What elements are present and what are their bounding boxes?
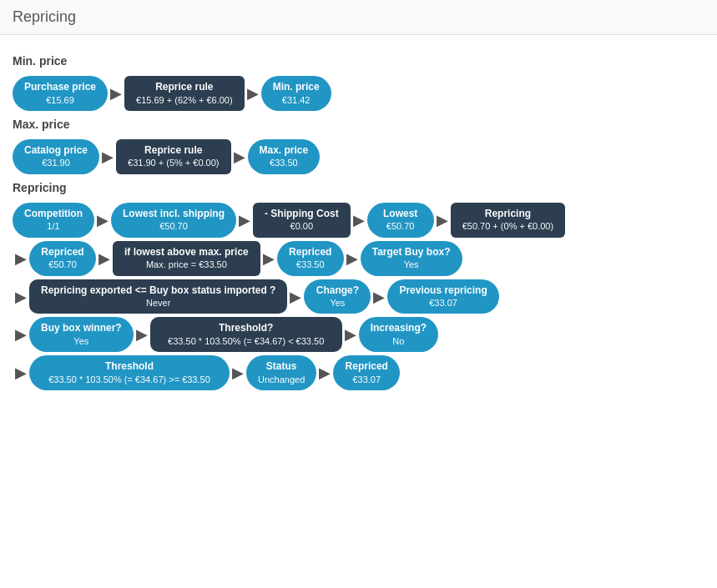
repricing-title: Repricing bbox=[13, 181, 704, 194]
arrow-14: ▶ bbox=[134, 325, 150, 344]
node-change-title: Change? bbox=[316, 284, 359, 298]
node-repriced-1-sub: €50.70 bbox=[48, 259, 77, 270]
arrow-row5-start: ▶ bbox=[13, 364, 29, 382]
node-if-lowest-above-title: if lowest above max. price bbox=[124, 246, 249, 259]
node-target-buybox: Target Buy box? Yes bbox=[361, 241, 462, 276]
arrow-8: ▶ bbox=[434, 211, 451, 229]
node-lowest-incl-shipping-title: Lowest incl. shipping bbox=[123, 208, 225, 221]
node-repricing-exported-title: Repricing exported <= Buy box status imp… bbox=[41, 284, 275, 298]
node-buybox-winner-sub: Yes bbox=[73, 335, 88, 347]
arrow-9: ▶ bbox=[96, 249, 113, 268]
node-purchase-price-title: Purchase price bbox=[24, 81, 96, 94]
node-min-price: Min. price €31.42 bbox=[261, 76, 331, 111]
node-competition-title: Competition bbox=[24, 208, 83, 221]
node-catalog-price-sub: €31.90 bbox=[42, 157, 70, 168]
node-status-sub: Unchanged bbox=[258, 374, 305, 385]
max-price-title: Max. price bbox=[13, 118, 704, 131]
max-price-section: Max. price Catalog price €31.90 ▶ Repric… bbox=[13, 118, 704, 174]
node-buybox-winner: Buy box winner? Yes bbox=[29, 317, 134, 352]
min-price-flow: Purchase price €15.69 ▶ Reprice rule €15… bbox=[13, 76, 704, 111]
node-increasing-title: Increasing? bbox=[371, 322, 427, 335]
node-repriced-2-sub: €33.50 bbox=[296, 259, 325, 270]
node-min-price-title: Min. price bbox=[273, 81, 320, 94]
node-if-lowest-above: if lowest above max. price Max. price = … bbox=[113, 241, 260, 276]
node-status-title: Status bbox=[266, 360, 297, 374]
repricing-row1: Competition 1/1 ▶ Lowest incl. shipping … bbox=[13, 203, 704, 238]
min-price-section: Min. price Purchase price €15.69 ▶ Repri… bbox=[13, 54, 704, 111]
node-threshold-check-sub: €33.50 * 103.50% (= €34.67) < €33.50 bbox=[168, 335, 324, 347]
arrow-row4-start: ▶ bbox=[13, 325, 29, 344]
arrow-2: ▶ bbox=[245, 84, 261, 103]
page-container: Repricing Min. price Purchase price €15.… bbox=[0, 0, 717, 588]
arrow-10: ▶ bbox=[260, 249, 277, 268]
node-repriced-final-title: Repriced bbox=[346, 360, 388, 374]
node-target-buybox-title: Target Buy box? bbox=[372, 246, 451, 259]
node-repricing-result-sub: €50.70 + (0% + €0.00) bbox=[462, 220, 553, 232]
arrow-row3-start: ▶ bbox=[13, 288, 29, 306]
node-repriced-1-title: Repriced bbox=[41, 246, 83, 259]
node-max-price-title: Max. price bbox=[260, 144, 309, 158]
node-threshold-result-sub: €33.50 * 103.50% (= €34.67) >= €33.50 bbox=[48, 374, 210, 385]
node-reprice-rule-max-sub: €31.90 + (5% + €0.00) bbox=[128, 157, 219, 168]
node-repricing-result-title: Repricing bbox=[485, 208, 531, 221]
node-repriced-2: Repriced €33.50 bbox=[277, 241, 344, 276]
node-lowest-incl-shipping-sub: €50.70 bbox=[159, 220, 188, 232]
repricing-row2: ▶ Repriced €50.70 ▶ if lowest above max.… bbox=[13, 241, 704, 276]
node-if-lowest-above-sub: Max. price = €33.50 bbox=[146, 259, 227, 270]
node-purchase-price: Purchase price €15.69 bbox=[13, 76, 108, 111]
arrow-row2-start: ▶ bbox=[13, 249, 29, 268]
node-status: Status Unchanged bbox=[246, 355, 316, 390]
node-repricing-exported-sub: Never bbox=[146, 297, 170, 309]
node-catalog-price-title: Catalog price bbox=[24, 144, 88, 158]
node-reprice-rule-min: Reprice rule €15.69 + (62% + €6.00) bbox=[124, 76, 245, 111]
min-price-title: Min. price bbox=[13, 54, 704, 68]
page-title: Repricing bbox=[13, 8, 704, 26]
repricing-row4: ▶ Buy box winner? Yes ▶ Threshold? €33.5… bbox=[13, 317, 704, 352]
node-repricing-result: Repricing €50.70 + (0% + €0.00) bbox=[451, 203, 565, 238]
node-repriced-final: Repriced €33.07 bbox=[333, 355, 400, 390]
node-previous-repricing-sub: €33.07 bbox=[429, 297, 457, 309]
node-shipping-cost-title: - Shipping Cost bbox=[265, 208, 339, 221]
node-previous-repricing-title: Previous repricing bbox=[399, 284, 487, 298]
arrow-1: ▶ bbox=[108, 84, 124, 103]
node-lowest-sub: €50.70 bbox=[386, 220, 415, 232]
node-shipping-cost: - Shipping Cost €0.00 bbox=[253, 203, 351, 238]
node-buybox-winner-title: Buy box winner? bbox=[41, 322, 122, 335]
node-threshold-check-title: Threshold? bbox=[219, 322, 273, 335]
node-reprice-rule-min-sub: €15.69 + (62% + €6.00) bbox=[136, 94, 233, 106]
node-repricing-exported: Repricing exported <= Buy box status imp… bbox=[29, 279, 287, 314]
node-lowest-incl-shipping: Lowest incl. shipping €50.70 bbox=[111, 203, 236, 238]
max-price-flow: Catalog price €31.90 ▶ Reprice rule €31.… bbox=[13, 139, 704, 174]
node-competition: Competition 1/1 bbox=[13, 203, 94, 238]
node-catalog-price: Catalog price €31.90 bbox=[13, 139, 99, 174]
arrow-13: ▶ bbox=[371, 288, 387, 306]
node-lowest: Lowest €50.70 bbox=[367, 203, 434, 238]
arrow-3: ▶ bbox=[99, 148, 116, 166]
node-repriced-1: Repriced €50.70 bbox=[29, 241, 96, 276]
node-threshold-check: Threshold? €33.50 * 103.50% (= €34.67) <… bbox=[150, 317, 342, 352]
node-change-sub: Yes bbox=[330, 297, 345, 309]
page-header: Repricing bbox=[0, 0, 717, 35]
arrow-4: ▶ bbox=[231, 148, 248, 166]
repricing-section: Repricing Competition 1/1 ▶ Lowest incl.… bbox=[13, 181, 704, 390]
node-target-buybox-sub: Yes bbox=[404, 259, 419, 270]
node-max-price-sub: €33.50 bbox=[270, 157, 298, 168]
node-shipping-cost-sub: €0.00 bbox=[290, 220, 314, 232]
node-repriced-2-title: Repriced bbox=[289, 246, 331, 259]
node-change: Change? Yes bbox=[304, 279, 371, 314]
repricing-row3: ▶ Repricing exported <= Buy box status i… bbox=[13, 279, 704, 314]
node-max-price: Max. price €33.50 bbox=[248, 139, 321, 174]
arrow-12: ▶ bbox=[287, 288, 304, 306]
node-increasing-sub: No bbox=[392, 335, 404, 347]
node-threshold-result: Threshold €33.50 * 103.50% (= €34.67) >=… bbox=[29, 355, 230, 390]
arrow-5: ▶ bbox=[94, 211, 111, 229]
node-repriced-final-sub: €33.07 bbox=[352, 374, 381, 385]
node-increasing: Increasing? No bbox=[359, 317, 438, 352]
node-reprice-rule-min-title: Reprice rule bbox=[155, 81, 213, 94]
node-previous-repricing: Previous repricing €33.07 bbox=[387, 279, 498, 314]
arrow-15: ▶ bbox=[342, 325, 359, 344]
arrow-7: ▶ bbox=[351, 211, 367, 229]
node-threshold-result-title: Threshold bbox=[105, 360, 154, 374]
node-reprice-rule-max: Reprice rule €31.90 + (5% + €0.00) bbox=[116, 139, 230, 174]
node-reprice-rule-max-title: Reprice rule bbox=[144, 144, 202, 158]
